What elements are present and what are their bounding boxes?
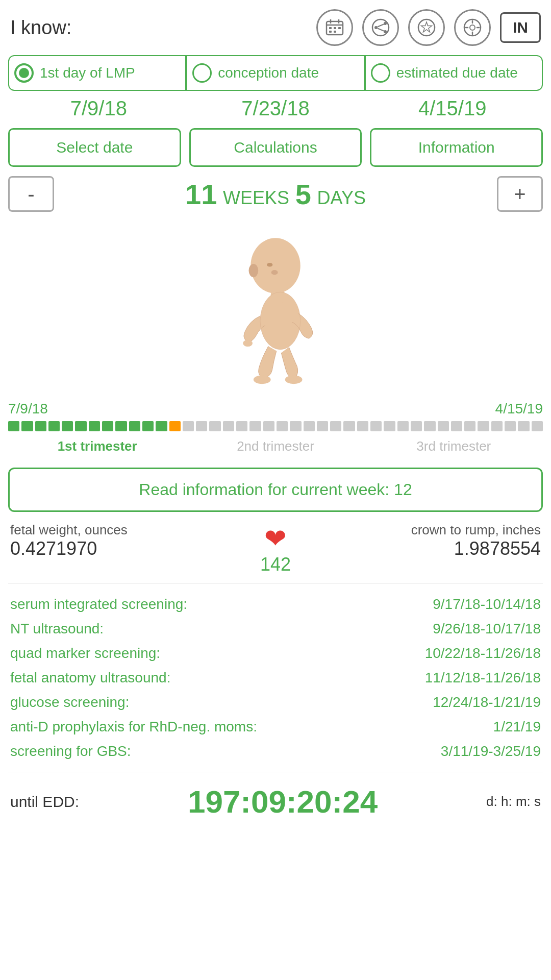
svg-rect-8 xyxy=(334,31,336,33)
radio-due-circle xyxy=(371,63,390,83)
screening-label: screening for GBS: xyxy=(10,743,441,760)
radio-conception-label: conception date xyxy=(218,64,319,82)
screening-label: glucose screening: xyxy=(10,694,433,710)
screening-label: serum integrated screening: xyxy=(10,596,433,612)
svg-point-31 xyxy=(285,375,303,384)
radio-conception-circle xyxy=(192,63,212,83)
plus-button[interactable]: + xyxy=(497,176,543,212)
lmp-date: 7/9/18 xyxy=(10,97,187,120)
screening-row: anti-D prophylaxis for RhD-neg. moms:1/2… xyxy=(10,715,541,739)
radio-conception[interactable]: conception date xyxy=(186,55,364,91)
conception-date: 7/23/18 xyxy=(187,97,364,120)
svg-point-10 xyxy=(374,26,378,29)
svg-point-24 xyxy=(249,264,259,277)
screening-row: fetal anatomy ultrasound:11/12/18-11/26/… xyxy=(10,666,541,690)
progress-dates: 7/9/18 4/15/19 xyxy=(8,401,543,417)
svg-point-11 xyxy=(384,22,387,25)
divider-2 xyxy=(8,772,543,772)
read-info-button[interactable]: Read information for current week: 12 xyxy=(8,468,543,512)
radio-lmp[interactable]: 1st day of LMP xyxy=(8,55,186,91)
radio-due[interactable]: estimated due date xyxy=(365,55,543,91)
divider-1 xyxy=(8,583,543,584)
calculations-button[interactable]: Calculations xyxy=(189,128,362,167)
screening-date: 9/26/18-10/17/18 xyxy=(433,621,541,637)
calendar-icon[interactable] xyxy=(316,9,353,46)
share-icon[interactable] xyxy=(362,9,399,46)
radio-due-label: estimated due date xyxy=(396,64,518,82)
select-date-button[interactable]: Select date xyxy=(8,128,181,167)
date-row: 7/9/18 7/23/18 4/15/19 xyxy=(0,91,551,124)
star-icon[interactable] xyxy=(408,9,445,46)
week-row: - 11 WEEKS 5 DAYS + xyxy=(0,171,551,217)
crown-rump-metric: crown to rump, inches 1.9878554 xyxy=(296,522,541,559)
svg-point-23 xyxy=(251,238,300,293)
svg-line-13 xyxy=(378,24,384,27)
progress-end-date: 4/15/19 xyxy=(495,401,543,417)
due-date: 4/15/19 xyxy=(364,97,541,120)
edd-timer: 197:09:20:24 xyxy=(84,783,481,820)
svg-point-29 xyxy=(243,340,253,347)
svg-point-30 xyxy=(254,375,271,384)
crown-rump-value: 1.9878554 xyxy=(296,538,541,559)
radio-options: 1st day of LMP conception date estimated… xyxy=(0,55,551,91)
svg-marker-16 xyxy=(421,22,432,32)
screening-table: serum integrated screening:9/17/18-10/14… xyxy=(0,587,551,769)
metrics-row: fetal weight, ounces 0.4271970 ❤ 142 cro… xyxy=(0,517,551,580)
minus-button[interactable]: - xyxy=(8,176,54,212)
progress-section: 7/9/18 4/15/19 // Render tick marks 1st … xyxy=(0,401,551,459)
screening-label: quad marker screening: xyxy=(10,645,425,662)
screening-row: screening for GBS:3/11/19-3/25/19 xyxy=(10,739,541,764)
svg-line-14 xyxy=(378,29,384,31)
screening-row: NT ultrasound:9/26/18-10/17/18 xyxy=(10,617,541,641)
svg-point-12 xyxy=(384,30,387,33)
screening-row: quad marker screening:10/22/18-11/26/18 xyxy=(10,641,541,666)
in-button[interactable]: IN xyxy=(500,12,541,43)
svg-rect-5 xyxy=(334,27,336,29)
screening-date: 11/12/18-11/26/18 xyxy=(425,670,541,686)
svg-point-22 xyxy=(470,25,475,30)
screening-row: glucose screening:12/24/18-1/21/19 xyxy=(10,690,541,715)
fetus-image-container xyxy=(0,217,551,401)
screening-label: anti-D prophylaxis for RhD-neg. moms: xyxy=(10,719,493,735)
svg-point-25 xyxy=(267,263,272,267)
radio-lmp-circle xyxy=(14,63,34,83)
heart-icon: ❤ xyxy=(264,525,287,552)
top-icons: IN xyxy=(316,9,541,46)
settings-icon[interactable] xyxy=(454,9,491,46)
progress-start-date: 7/9/18 xyxy=(8,401,48,417)
trimester-2-label: 2nd trimester xyxy=(186,438,364,454)
button-row: Select date Calculations Information xyxy=(0,124,551,171)
svg-point-26 xyxy=(271,270,278,275)
screening-date: 10/22/18-11/26/18 xyxy=(425,645,541,662)
weeks-number: 11 xyxy=(185,178,217,210)
screening-label: fetal anatomy ultrasound: xyxy=(10,670,425,686)
information-button[interactable]: Information xyxy=(370,128,543,167)
trimester-labels: 1st trimester 2nd trimester 3rd trimeste… xyxy=(8,438,543,454)
fetal-weight-metric: fetal weight, ounces 0.4271970 xyxy=(10,522,255,559)
heart-count: 142 xyxy=(260,554,291,575)
screening-row: serum integrated screening:9/17/18-10/14… xyxy=(10,592,541,617)
days-number: 5 xyxy=(295,178,311,210)
svg-rect-7 xyxy=(329,31,332,33)
fetus-image xyxy=(219,232,332,385)
screening-date: 9/17/18-10/14/18 xyxy=(433,596,541,612)
trimester-1-label: 1st trimester xyxy=(8,438,186,454)
trimester-3-label: 3rd trimester xyxy=(365,438,543,454)
fetal-weight-value: 0.4271970 xyxy=(10,538,255,559)
week-display: 11 WEEKS 5 DAYS xyxy=(59,178,492,211)
fetal-weight-label: fetal weight, ounces xyxy=(10,522,255,538)
days-label: DAYS xyxy=(317,187,366,208)
screening-label: NT ultrasound: xyxy=(10,621,433,637)
edd-label: until EDD: xyxy=(10,793,79,811)
i-know-label: I know: xyxy=(10,17,71,39)
screening-date: 12/24/18-1/21/19 xyxy=(433,694,541,710)
edd-row: until EDD: 197:09:20:24 d: h: m: s xyxy=(0,775,551,830)
edd-units: d: h: m: s xyxy=(486,794,541,810)
heart-metric: ❤ 142 xyxy=(260,522,291,575)
screening-date: 3/11/19-3/25/19 xyxy=(441,743,541,760)
radio-lmp-label: 1st day of LMP xyxy=(40,64,135,82)
svg-rect-6 xyxy=(338,27,341,29)
crown-rump-label: crown to rump, inches xyxy=(296,522,541,538)
progress-bar xyxy=(8,420,543,432)
svg-rect-4 xyxy=(329,27,332,29)
